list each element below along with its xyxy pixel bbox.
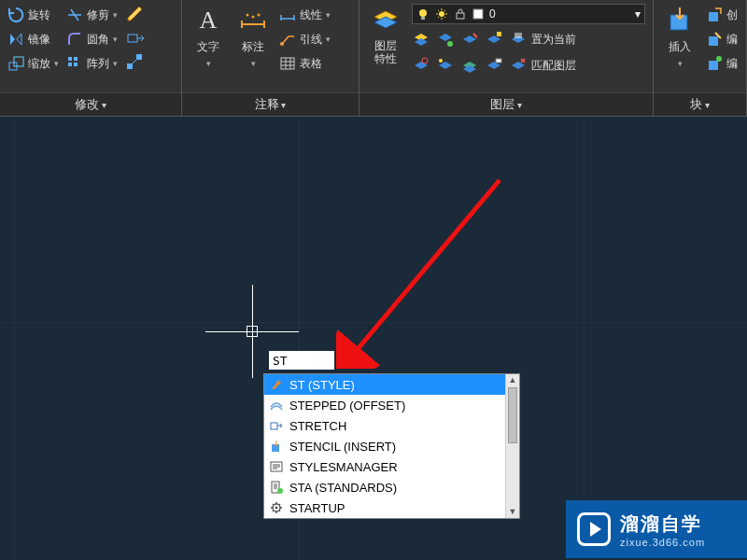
- autocomplete-item[interactable]: STARTUP: [264, 497, 519, 518]
- command-input[interactable]: [269, 351, 334, 370]
- panel-title-block[interactable]: 块: [654, 92, 746, 116]
- panel-title-layer[interactable]: 图层: [359, 92, 653, 116]
- dropdown-icon[interactable]: ▾: [54, 59, 59, 68]
- style-icon: [269, 377, 284, 392]
- svg-point-20: [447, 41, 453, 47]
- color-swatch-icon: [472, 8, 484, 20]
- layer-tool-icon[interactable]: [485, 30, 503, 49]
- dropdown-icon[interactable]: ▾: [113, 59, 118, 68]
- edit-attr-label: 编: [726, 56, 738, 72]
- autocomplete-item-label: STEPPED (OFFSET): [289, 399, 405, 413]
- explode-icon[interactable]: [125, 52, 146, 73]
- svg-rect-27: [709, 36, 718, 46]
- layer-tool-icon[interactable]: [436, 56, 455, 75]
- layer-tool-icon[interactable]: [509, 56, 528, 75]
- autocomplete-scrollbar[interactable]: ▲ ▼: [505, 374, 519, 518]
- layer-tool-icon[interactable]: [412, 56, 430, 75]
- grid-line: [584, 117, 585, 560]
- dimension-label: 标注: [242, 39, 264, 55]
- scale-icon: [7, 55, 24, 72]
- autocomplete-item[interactable]: STRETCH: [264, 415, 519, 436]
- dropdown-icon[interactable]: ▾: [113, 10, 118, 20]
- rotate-button[interactable]: 旋转: [4, 4, 63, 26]
- insert-icon: [665, 6, 695, 35]
- fillet-button[interactable]: 圆角 ▾: [63, 28, 121, 50]
- dropdown-icon[interactable]: ▾: [326, 35, 331, 44]
- layer-tool-icon[interactable]: [460, 30, 479, 49]
- svg-rect-5: [74, 63, 78, 66]
- panel-title-annotate[interactable]: 注释: [182, 92, 359, 116]
- insert-label: 插入: [669, 39, 691, 55]
- create-label: 创: [726, 7, 738, 23]
- fillet-label: 圆角: [87, 32, 109, 48]
- set-current-label[interactable]: 置为当前: [531, 32, 576, 48]
- watermark-sub: zixue.3d66.com: [620, 537, 705, 548]
- table-button[interactable]: 表格: [275, 52, 334, 75]
- svg-rect-24: [496, 59, 501, 63]
- linetype-button[interactable]: 线性 ▾: [275, 4, 334, 26]
- svg-point-12: [258, 14, 261, 17]
- array-icon: [66, 55, 83, 72]
- leader-button[interactable]: 引线 ▾: [275, 28, 334, 50]
- dropdown-icon[interactable]: ▾: [678, 59, 683, 68]
- layer-tool-icon[interactable]: [412, 30, 430, 49]
- dropdown-arrow-icon: ▾: [635, 7, 641, 21]
- match-layer-label[interactable]: 匹配图层: [531, 58, 576, 74]
- pencil-icon[interactable]: [125, 4, 146, 24]
- dropdown-icon[interactable]: ▾: [326, 10, 331, 20]
- dimension-icon: [238, 6, 268, 35]
- stretch-icon[interactable]: [125, 28, 146, 49]
- bulb-icon: [416, 7, 430, 21]
- layer-tool-icon[interactable]: [485, 56, 503, 75]
- panel-title-modify[interactable]: 修改: [0, 92, 181, 116]
- svg-rect-14: [281, 58, 294, 69]
- rotate-label: 旋转: [28, 7, 50, 23]
- linetype-label: 线性: [300, 7, 322, 23]
- scroll-thumb[interactable]: [508, 387, 517, 443]
- grid-line: [0, 322, 747, 323]
- leader-icon: [279, 31, 296, 48]
- autocomplete-item[interactable]: STEPPED (OFFSET): [264, 395, 519, 415]
- autocomplete-item[interactable]: ST (STYLE): [264, 374, 519, 395]
- autocomplete-item[interactable]: STA (STANDARDS): [264, 477, 519, 497]
- panel-modify: 旋转 镜像 缩放 ▾: [0, 0, 182, 116]
- watermark-main: 溜溜自学: [620, 511, 705, 537]
- autocomplete-item[interactable]: STYLESMANAGER: [264, 456, 519, 477]
- layer-dropdown[interactable]: 0 ▾: [412, 4, 645, 24]
- create-block-button[interactable]: 创: [702, 4, 741, 26]
- layer-properties-button[interactable]: 图层 特性: [363, 4, 408, 68]
- layer-tool-icon[interactable]: [460, 56, 479, 75]
- autocomplete-item-label: STA (STANDARDS): [289, 481, 397, 495]
- edit-attr-button[interactable]: 编: [702, 52, 741, 75]
- trim-icon: [66, 7, 83, 23]
- scroll-up-icon[interactable]: ▲: [506, 374, 519, 386]
- svg-rect-7: [127, 63, 133, 69]
- stretch-icon: [269, 418, 284, 433]
- layer-name: 0: [489, 7, 496, 21]
- scale-button[interactable]: 缩放 ▾: [4, 52, 63, 75]
- scroll-down-icon[interactable]: ▼: [506, 506, 519, 518]
- scale-label: 缩放: [28, 56, 50, 72]
- panel-layer: 图层 特性 0 ▾: [359, 0, 654, 116]
- svg-rect-4: [68, 63, 72, 66]
- dropdown-icon[interactable]: ▾: [206, 59, 211, 68]
- dropdown-icon[interactable]: ▾: [251, 59, 256, 68]
- watermark: 溜溜自学 zixue.3d66.com: [566, 500, 747, 558]
- mirror-button[interactable]: 镜像: [4, 28, 63, 50]
- mirror-label: 镜像: [28, 32, 50, 48]
- trim-button[interactable]: 修剪 ▾: [63, 4, 121, 26]
- array-button[interactable]: 阵列 ▾: [63, 52, 121, 75]
- layer-tool-icon[interactable]: [436, 30, 455, 49]
- text-button[interactable]: A 文字 ▾: [186, 4, 231, 70]
- layer-tool-icon[interactable]: [509, 30, 528, 49]
- insert-button[interactable]: 插入 ▾: [657, 4, 702, 70]
- edit-block-button[interactable]: 编: [702, 28, 741, 50]
- autocomplete-item[interactable]: STENCIL (INSERT): [264, 436, 519, 456]
- svg-point-34: [277, 488, 283, 494]
- svg-rect-21: [497, 32, 501, 36]
- dimension-button[interactable]: 标注 ▾: [231, 4, 275, 70]
- svg-point-10: [247, 14, 249, 17]
- dropdown-icon[interactable]: ▾: [113, 35, 118, 44]
- autocomplete-popup: ST (STYLE) STEPPED (OFFSET) STRETCH STEN…: [263, 373, 520, 519]
- standards-icon: [269, 480, 284, 495]
